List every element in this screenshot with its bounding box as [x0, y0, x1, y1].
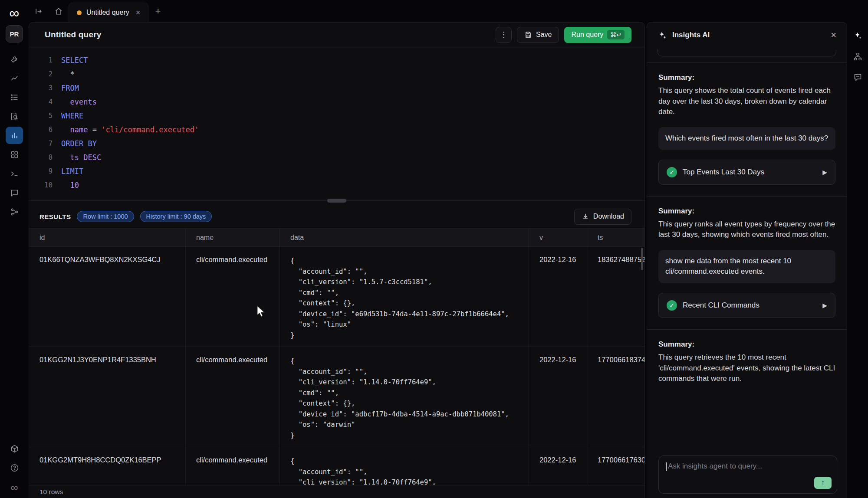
line-number: 1	[29, 53, 61, 67]
line-number: 3	[29, 81, 61, 95]
query-card-title: Recent CLI Commands	[683, 301, 760, 310]
chat-icon[interactable]	[6, 184, 23, 201]
code-line[interactable]: 3FROM	[29, 81, 644, 95]
summary-label: Summary:	[658, 73, 835, 82]
cell-data: { "account_id": "", "cli_version": "1.14…	[280, 347, 529, 447]
sparkle-icon	[658, 30, 667, 40]
query-card[interactable]: ✓ Recent CLI Commands ▶	[658, 293, 835, 318]
insights-header: Insights AI ×	[647, 23, 847, 47]
summary-text: This query shows the total count of even…	[658, 85, 835, 118]
run-query-button[interactable]: Run query ⌘↵	[564, 27, 631, 43]
results-table: 01K66TQNZA3WFBQ8XN2KXSG4CJ cli/command.e…	[29, 247, 644, 498]
code-text: name	[61, 123, 88, 137]
scrolled-card-partial[interactable]	[658, 49, 836, 56]
cell-name: cli/command.executed	[186, 247, 280, 347]
pipeline-branch-icon[interactable]	[6, 203, 23, 220]
code-line[interactable]: 10 10	[29, 178, 644, 192]
table-row[interactable]: 01KGG2N1J3Y0ENP1R4F1335BNH cli/command.e…	[29, 347, 644, 447]
schema-tree-icon[interactable]	[850, 49, 865, 64]
turn-divider	[647, 329, 847, 330]
save-floppy-icon	[524, 31, 532, 39]
summary-text: This query retrieves the 10 most recent …	[658, 352, 835, 384]
column-header-id[interactable]: id	[29, 229, 186, 246]
code-text: =	[88, 123, 101, 137]
column-header-ts[interactable]: ts	[587, 229, 645, 246]
sidebar-expand-icon[interactable]	[29, 0, 49, 22]
trend-chart-icon[interactable]	[6, 69, 23, 87]
code-line[interactable]: 6 name = 'cli/command.executed'	[29, 123, 644, 137]
help-icon[interactable]	[6, 459, 23, 476]
line-number: 4	[29, 95, 61, 109]
code-line[interactable]: 1SELECT	[29, 53, 644, 67]
input-placeholder: Ask insights agent to query...	[668, 462, 762, 470]
row-limit-badge[interactable]: Row limit : 1000	[77, 211, 134, 222]
play-icon[interactable]: ▶	[822, 302, 827, 309]
column-header-data[interactable]: data	[280, 229, 529, 246]
explore-doc-icon[interactable]	[6, 108, 23, 125]
text-caret	[666, 462, 667, 471]
run-query-label: Run query	[571, 31, 603, 39]
code-line[interactable]: 8 ts DESC	[29, 151, 644, 164]
terminal-icon[interactable]	[6, 165, 23, 182]
turn-divider	[647, 196, 847, 197]
table-row[interactable]: 01K66TQNZA3WFBQ8XN2KXSG4CJ cli/command.e…	[29, 247, 644, 347]
tab-close-icon[interactable]: ×	[134, 8, 141, 17]
code-text: LIMIT	[61, 164, 83, 178]
line-number: 8	[29, 151, 61, 164]
dashboards-grid-icon[interactable]	[6, 146, 23, 163]
app-logo-icon: ∞	[10, 4, 20, 22]
left-sidebar: ∞ PR ∞	[0, 0, 29, 498]
code-text: ts DESC	[61, 151, 101, 164]
code-line[interactable]: 7ORDER BY	[29, 137, 644, 151]
summary-label: Summary:	[658, 340, 835, 349]
code-text: events	[61, 95, 97, 109]
panel-splitter[interactable]	[29, 200, 644, 205]
home-icon[interactable]	[49, 0, 69, 22]
send-button[interactable]: ↑	[814, 477, 832, 489]
json-value: { "account_id": "", "cli_version": "1.14…	[290, 356, 523, 441]
cell-id: 01K66TQNZA3WFBQ8XN2KXSG4CJ	[29, 247, 186, 347]
insights-conversation: Summary: This query shows the total coun…	[647, 47, 847, 450]
more-options-button[interactable]: ⋮	[496, 27, 512, 43]
code-line[interactable]: 2 *	[29, 67, 644, 81]
play-icon[interactable]: ▶	[822, 169, 827, 176]
code-line[interactable]: 5WHERE	[29, 109, 644, 123]
feedback-icon[interactable]	[850, 70, 865, 85]
json-value: { "account_id": "", "cli_version": "1.5.…	[290, 256, 523, 341]
new-tab-button[interactable]: +	[148, 0, 168, 22]
cell-ts: 1770066183747	[587, 347, 644, 447]
summary-text: This query ranks all event types by freq…	[658, 219, 835, 240]
code-text: 10	[61, 178, 79, 192]
stream-list-icon[interactable]	[6, 88, 23, 106]
query-panel: Untitled query ⋮ Save Run query ⌘↵ 1SELE…	[29, 22, 645, 498]
user-question-bubble: show me data from the most recent 10 cli…	[658, 250, 835, 283]
right-rail	[847, 22, 868, 498]
sql-editor[interactable]: 1SELECT 2 * 3FROM 4 events 5WHERE 6 name…	[29, 47, 644, 200]
column-header-name[interactable]: name	[186, 229, 280, 246]
user-question-bubble: Which events fired most often in the las…	[658, 127, 835, 150]
column-header-v[interactable]: v	[529, 229, 587, 246]
code-text: ORDER BY	[61, 137, 97, 151]
splitter-grip[interactable]	[327, 199, 346, 203]
close-icon[interactable]: ×	[831, 29, 836, 41]
save-button[interactable]: Save	[517, 27, 559, 43]
ask-insights-input[interactable]: Ask insights agent to query... ↑	[658, 455, 837, 494]
page-title: Untitled query	[45, 30, 102, 39]
history-limit-badge[interactable]: History limit : 90 days	[140, 211, 212, 222]
package-icon[interactable]	[6, 440, 23, 457]
cell-id: 01KGG2N1J3Y0ENP1R4F1335BNH	[29, 347, 186, 447]
insights-ai-rail-icon[interactable]	[850, 28, 865, 43]
avatar[interactable]: PR	[6, 25, 23, 43]
wrench-icon[interactable]	[6, 50, 23, 68]
table-scrollbar[interactable]	[641, 248, 643, 270]
download-button[interactable]: Download	[574, 209, 631, 225]
footer-logo-icon: ∞	[10, 482, 18, 494]
code-line[interactable]: 9LIMIT	[29, 164, 644, 178]
tab-untitled-query[interactable]: Untitled query ×	[69, 3, 148, 22]
query-card[interactable]: ✓ Top Events Last 30 Days ▶	[658, 160, 835, 185]
unsaved-dot-icon	[77, 10, 82, 15]
table-footer: 10 rows	[29, 485, 644, 498]
line-number: 6	[29, 123, 61, 137]
code-line[interactable]: 4 events	[29, 95, 644, 109]
query-bar-chart-icon[interactable]	[6, 127, 23, 144]
